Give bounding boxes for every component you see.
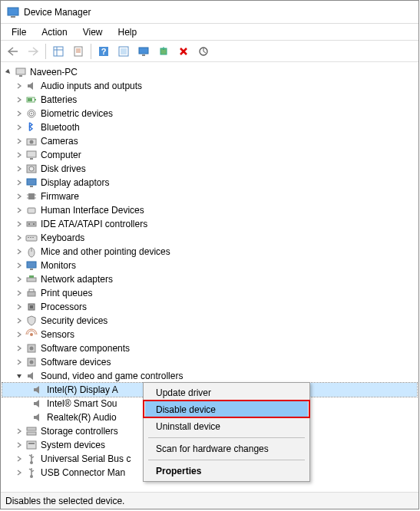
bluetooth-icon xyxy=(25,121,38,134)
ctx-uninstall-device[interactable]: Uninstall device xyxy=(145,418,308,435)
expand-arrow-icon[interactable] xyxy=(15,219,24,229)
scan-button[interactable] xyxy=(194,43,213,60)
collapse-arrow-icon[interactable] xyxy=(4,68,13,77)
ctx-disable-device[interactable]: Disable device xyxy=(145,401,308,418)
tree-category[interactable]: Network adapters xyxy=(2,272,417,286)
tree-category[interactable]: Disk drives xyxy=(2,162,417,176)
monitor-toolbar-button[interactable] xyxy=(134,43,153,60)
install-button[interactable] xyxy=(154,43,173,60)
view-options-button[interactable] xyxy=(49,43,68,60)
menu-file[interactable]: File xyxy=(4,25,34,39)
tree-category[interactable]: Batteries xyxy=(2,93,417,107)
svg-rect-48 xyxy=(27,262,36,268)
tree-category[interactable]: Cameras xyxy=(2,134,417,148)
expand-arrow-icon[interactable] xyxy=(15,358,24,367)
properties-button[interactable] xyxy=(69,43,88,60)
expand-arrow-icon[interactable] xyxy=(15,261,24,270)
help-button[interactable]: ? xyxy=(94,43,113,60)
tree-category[interactable]: Human Interface Devices xyxy=(2,203,417,217)
mouse-icon xyxy=(25,246,38,258)
svg-rect-12 xyxy=(121,48,127,54)
expand-arrow-icon[interactable] xyxy=(15,316,24,325)
tree-category[interactable]: IDE ATA/ATAPI controllers xyxy=(2,217,417,231)
tree-category[interactable]: Bluetooth xyxy=(2,120,417,134)
collapse-arrow-icon[interactable] xyxy=(15,371,24,381)
svg-point-41 xyxy=(33,223,35,225)
tree-category[interactable]: Software devices xyxy=(2,355,417,369)
expand-arrow-icon[interactable] xyxy=(15,81,24,91)
expand-arrow-icon[interactable] xyxy=(15,233,24,242)
tree-category[interactable]: Mice and other pointing devices xyxy=(2,245,417,259)
expand-arrow-icon[interactable] xyxy=(15,302,24,312)
chip-icon xyxy=(25,190,38,203)
expand-arrow-icon[interactable] xyxy=(15,178,24,187)
tree-category[interactable]: Biometric devices xyxy=(2,107,417,120)
speaker-icon xyxy=(31,411,44,424)
titlebar: Device Manager xyxy=(1,1,418,24)
ctx-scan-hardware[interactable]: Scan for hardware changes xyxy=(145,440,308,457)
tree-category-label: Human Interface Devices xyxy=(41,203,144,217)
tree-category[interactable]: Monitors xyxy=(2,259,417,272)
expand-arrow-icon[interactable] xyxy=(15,427,24,436)
expand-arrow-icon[interactable] xyxy=(15,440,24,450)
camera-icon xyxy=(25,135,38,147)
svg-rect-50 xyxy=(27,278,36,282)
expand-arrow-icon[interactable] xyxy=(15,192,24,201)
speaker-icon xyxy=(25,80,38,92)
expand-arrow-icon[interactable] xyxy=(15,109,24,118)
tree-category-label: Print queues xyxy=(41,286,92,300)
menu-action[interactable]: Action xyxy=(34,25,74,39)
forward-button[interactable] xyxy=(24,43,42,60)
expand-arrow-icon[interactable] xyxy=(15,288,24,298)
expand-arrow-icon[interactable] xyxy=(15,206,24,215)
cpu-icon xyxy=(25,301,38,313)
expand-arrow-icon[interactable] xyxy=(15,95,24,104)
tree-root[interactable]: Naveen-PC xyxy=(2,65,417,79)
tree-category-label: Sound, video and game controllers xyxy=(41,369,183,383)
expand-arrow-icon[interactable] xyxy=(15,275,24,284)
expand-arrow-icon[interactable] xyxy=(15,454,24,463)
expand-arrow-icon[interactable] xyxy=(15,164,24,173)
tree-category[interactable]: Audio inputs and outputs xyxy=(2,79,417,93)
expand-arrow-icon[interactable] xyxy=(15,247,24,256)
expand-arrow-icon[interactable] xyxy=(15,344,24,353)
software-icon xyxy=(25,356,38,368)
ctx-update-driver[interactable]: Update driver xyxy=(145,384,308,401)
usb-icon xyxy=(25,453,38,465)
tree-category[interactable]: Sensors xyxy=(2,328,417,341)
expand-arrow-icon[interactable] xyxy=(15,137,24,146)
window-title: Device Manager xyxy=(24,7,91,18)
tree-category[interactable]: Print queues xyxy=(2,286,417,300)
expand-arrow-icon[interactable] xyxy=(15,330,24,339)
tree-category[interactable]: Software components xyxy=(2,341,417,355)
tree-category[interactable]: Computer xyxy=(2,148,417,162)
tree-category[interactable]: Processors xyxy=(2,300,417,314)
tree-category[interactable]: Display adaptors xyxy=(2,176,417,190)
svg-rect-27 xyxy=(27,151,36,157)
tree-root-label: Naveen-PC xyxy=(30,65,78,79)
svg-rect-28 xyxy=(30,158,33,160)
remove-button[interactable] xyxy=(174,43,193,60)
ide-icon xyxy=(25,218,38,230)
menubar: File Action View Help xyxy=(1,24,418,41)
expand-arrow-icon[interactable] xyxy=(15,468,24,477)
tree-category-label: USB Connector Man xyxy=(41,466,125,480)
menu-help[interactable]: Help xyxy=(111,25,145,39)
ctx-separator xyxy=(148,437,305,438)
tree-category[interactable]: Firmware xyxy=(2,190,417,203)
svg-text:?: ? xyxy=(101,47,107,56)
tree-category-label: Keyboards xyxy=(41,231,84,245)
ctx-properties[interactable]: Properties xyxy=(145,463,308,480)
svg-rect-64 xyxy=(28,443,35,444)
tree-category-label: Audio inputs and outputs xyxy=(41,79,142,93)
tree-category[interactable]: Keyboards xyxy=(2,231,417,245)
menu-view[interactable]: View xyxy=(75,25,111,39)
tree-category[interactable]: Security devices xyxy=(2,314,417,328)
expand-arrow-icon[interactable] xyxy=(15,123,24,132)
expand-arrow-icon[interactable] xyxy=(15,150,24,160)
refresh-button[interactable] xyxy=(114,43,133,60)
tree-category-label: Processors xyxy=(41,300,87,314)
tree-category-expanded[interactable]: Sound, video and game controllers xyxy=(2,369,417,383)
context-menu: Update driver Disable device Uninstall d… xyxy=(143,382,310,482)
back-button[interactable] xyxy=(4,43,22,60)
